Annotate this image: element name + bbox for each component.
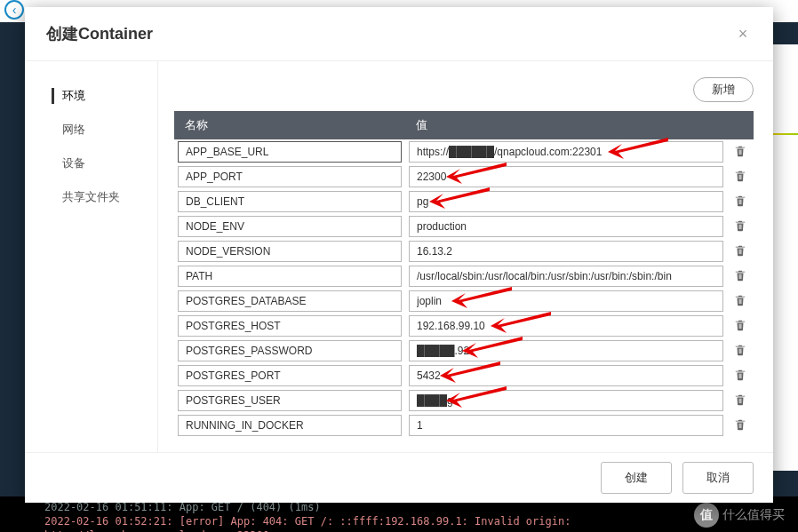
back-circle-icon: ‹ — [4, 0, 24, 20]
env-name-input[interactable] — [178, 315, 402, 337]
trash-icon[interactable] — [734, 319, 746, 331]
env-value-input[interactable] — [409, 290, 723, 312]
env-row — [174, 363, 754, 388]
terminal-line-error: 2022-02-16 01:52:21: [error] App: 404: G… — [44, 514, 754, 532]
env-value-input[interactable] — [409, 365, 723, 386]
column-header-actions — [727, 111, 754, 139]
create-button[interactable]: 创建 — [601, 462, 672, 494]
sidebar-item-shared-folder[interactable]: 共享文件夹 — [25, 180, 157, 214]
modal-footer: 创建 取消 — [25, 452, 773, 503]
env-row — [174, 314, 754, 338]
env-name-input[interactable] — [178, 340, 402, 361]
env-name-input[interactable] — [178, 365, 402, 386]
env-value-input[interactable] — [409, 166, 723, 187]
env-value-input[interactable] — [409, 390, 723, 411]
trash-icon[interactable] — [734, 219, 746, 232]
trash-icon[interactable] — [734, 294, 746, 306]
column-header-value: 值 — [405, 111, 727, 139]
trash-icon[interactable] — [734, 269, 746, 282]
trash-icon[interactable] — [734, 344, 746, 356]
env-value-input[interactable] — [409, 241, 723, 262]
env-value-input[interactable] — [409, 415, 723, 436]
sidebar-item-label: 共享文件夹 — [62, 190, 120, 203]
sidebar-item-label: 环境 — [62, 89, 85, 102]
trash-icon[interactable] — [734, 244, 746, 257]
column-header-name: 名称 — [174, 111, 405, 139]
env-name-input[interactable] — [178, 216, 402, 237]
trash-icon[interactable] — [734, 195, 746, 207]
env-name-input[interactable] — [178, 241, 402, 262]
watermark-icon: 值 — [694, 503, 719, 528]
add-row: 新增 — [174, 77, 754, 102]
env-row — [174, 338, 754, 363]
sidebar-item-network[interactable]: 网络 — [25, 113, 157, 147]
sidebar: 环境 网络 设备 共享文件夹 — [25, 61, 158, 452]
trash-icon[interactable] — [734, 145, 746, 157]
sidebar-item-device[interactable]: 设备 — [25, 147, 157, 180]
watermark: 值 什么值得买 — [694, 503, 785, 528]
content-panel: 新增 名称 值 — [158, 61, 773, 452]
env-row — [174, 264, 754, 289]
trash-icon[interactable] — [734, 393, 746, 406]
env-value-input[interactable] — [409, 340, 723, 361]
sidebar-item-label: 设备 — [62, 156, 85, 170]
env-row — [174, 214, 754, 239]
env-row — [174, 239, 754, 264]
env-value-input[interactable] — [409, 315, 723, 337]
env-name-input[interactable] — [178, 290, 402, 312]
env-name-input[interactable] — [178, 166, 402, 187]
env-row — [174, 189, 754, 214]
trash-icon[interactable] — [734, 418, 746, 431]
sidebar-item-environment[interactable]: 环境 — [25, 79, 157, 113]
sidebar-item-label: 网络 — [62, 123, 85, 136]
env-row — [174, 139, 754, 164]
add-button[interactable]: 新增 — [693, 77, 754, 102]
modal-header: 创建Container × — [25, 7, 773, 60]
env-name-input[interactable] — [178, 415, 402, 436]
trash-icon[interactable] — [734, 369, 746, 381]
create-container-modal: 创建Container × 环境 网络 设备 共享文件夹 新增 — [25, 7, 773, 503]
modal-title: 创建Container — [46, 23, 153, 44]
cancel-button[interactable]: 取消 — [682, 462, 754, 494]
env-name-input[interactable] — [178, 390, 402, 411]
env-row — [174, 289, 754, 314]
env-value-input[interactable] — [409, 216, 723, 237]
trash-icon[interactable] — [734, 170, 746, 182]
env-value-input[interactable] — [409, 191, 723, 212]
env-value-input[interactable] — [409, 141, 723, 163]
env-row — [174, 388, 754, 413]
env-name-input[interactable] — [178, 266, 402, 287]
env-value-input[interactable] — [409, 266, 723, 287]
env-row — [174, 164, 754, 189]
env-name-input[interactable] — [178, 191, 402, 212]
env-row — [174, 413, 754, 438]
close-icon[interactable]: × — [734, 25, 752, 44]
env-name-input[interactable] — [178, 141, 402, 163]
watermark-text: 什么值得买 — [722, 507, 785, 523]
env-table: 名称 值 — [174, 111, 754, 438]
modal-body: 环境 网络 设备 共享文件夹 新增 名称 值 — [25, 60, 773, 452]
